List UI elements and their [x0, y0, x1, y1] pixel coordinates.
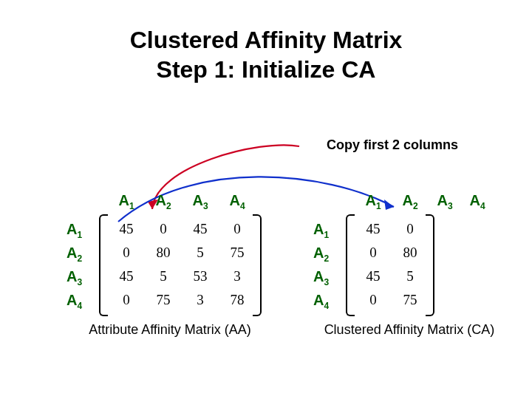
aa-row-label-1: A1 [66, 217, 82, 241]
aa-col-header-2: A2 [145, 192, 182, 211]
ca-row-label-2: A2 [313, 241, 329, 265]
aa-row-label-4: A4 [66, 288, 82, 312]
aa-cell: 75 [219, 241, 256, 265]
ca-col-header-4: A4 [461, 192, 494, 211]
aa-cell: 5 [182, 241, 219, 265]
aa-row-label-2: A2 [66, 241, 82, 265]
slide-title: Clustered Affinity Matrix Step 1: Initia… [0, 25, 532, 84]
aa-grid: 45 0 45 0 0 80 5 75 45 5 53 3 0 75 3 7 [108, 217, 256, 312]
aa-cell: 45 [108, 217, 145, 241]
ca-row-label-4: A4 [313, 288, 329, 312]
sub: 1 [129, 201, 134, 211]
table-row: 0 80 [355, 241, 429, 265]
ca-cell: 45 [355, 265, 392, 288]
aa-row-label-3: A3 [66, 265, 82, 288]
ca-row-label-1: A1 [313, 217, 329, 241]
aa-row-labels: A1 A2 A3 A4 [66, 217, 82, 312]
aa-cell: 0 [108, 241, 145, 265]
aa-cell: 45 [108, 265, 145, 288]
aa-cell: 5 [145, 265, 182, 288]
table-row: 0 75 3 78 [108, 288, 256, 312]
copy-columns-annotation: Copy first 2 columns [327, 137, 458, 153]
ca-cell: 45 [355, 217, 392, 241]
aa-cell: 3 [219, 265, 256, 288]
ca-cell: 80 [392, 241, 429, 265]
aa-cell: 0 [145, 217, 182, 241]
table-row: 45 5 [355, 265, 429, 288]
aa-cell: 45 [182, 217, 219, 241]
ca-row-label-3: A3 [313, 265, 329, 288]
ca-bracket-left [346, 214, 355, 316]
ca-cell: 0 [392, 217, 429, 241]
aa-col-headers: A1 A2 A3 A4 [108, 192, 256, 211]
aa-caption: Attribute Affinity Matrix (AA) [59, 322, 281, 338]
title-line-2: Step 1: Initialize CA [0, 55, 532, 84]
ca-caption: Clustered Affinity Matrix (CA) [291, 322, 528, 338]
aa-cell: 78 [219, 288, 256, 312]
ca-cell: 0 [355, 288, 392, 312]
table-row: 0 75 [355, 288, 429, 312]
ca-col-header-3: A3 [429, 192, 461, 211]
aa-col-header-3: A3 [182, 192, 219, 211]
table-row: 0 80 5 75 [108, 241, 256, 265]
aa-cell: 3 [182, 288, 219, 312]
aa-cell: 80 [145, 241, 182, 265]
ca-col-headers: A1 A2 A3 A4 [355, 192, 494, 211]
aa-cell: 53 [182, 265, 219, 288]
ca-row-labels: A1 A2 A3 A4 [313, 217, 329, 312]
ca-col-header-1: A1 [355, 192, 392, 211]
ca-cell: 0 [355, 241, 392, 265]
ca-grid: 45 0 0 80 45 5 0 75 [355, 217, 429, 312]
table-row: 45 5 53 3 [108, 265, 256, 288]
table-row: 45 0 [355, 217, 429, 241]
ca-cell: 5 [392, 265, 429, 288]
aa-col-header-4: A4 [219, 192, 256, 211]
aa-bracket-left [99, 214, 108, 316]
aa-cell: 0 [219, 217, 256, 241]
ca-cell: 75 [392, 288, 429, 312]
table-row: 45 0 45 0 [108, 217, 256, 241]
aa-col-header-1: A1 [108, 192, 145, 211]
aa-cell: 75 [145, 288, 182, 312]
ca-col-header-2: A2 [392, 192, 429, 211]
title-line-1: Clustered Affinity Matrix [0, 25, 532, 55]
aa-cell: 0 [108, 288, 145, 312]
